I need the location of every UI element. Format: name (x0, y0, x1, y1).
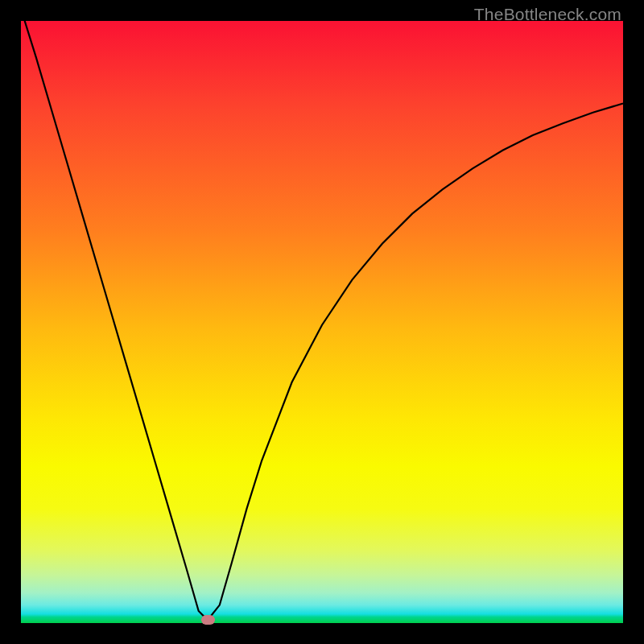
watermark-text: TheBottleneck.com (474, 5, 621, 24)
optimal-point-marker (201, 615, 215, 625)
gradient-background (21, 21, 623, 623)
